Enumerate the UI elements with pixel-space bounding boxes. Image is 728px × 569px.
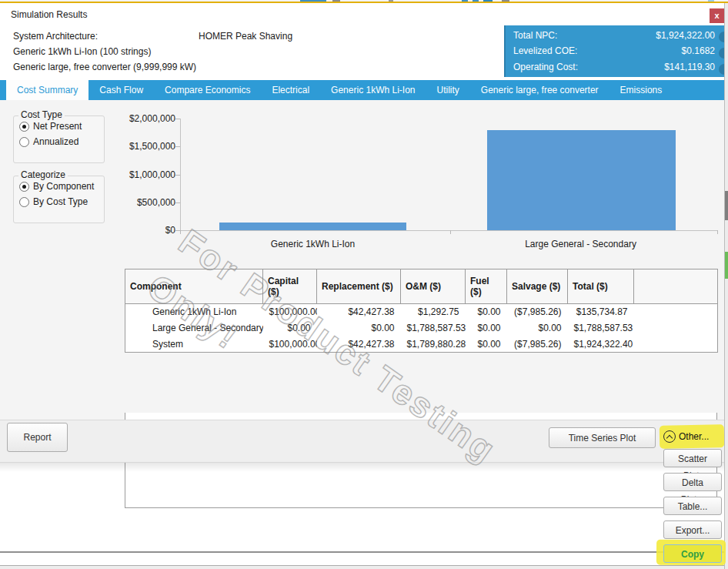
tab-generic-1kwh-li-ion[interactable]: Generic 1kWh Li-Ion: [320, 80, 426, 100]
y-axis-line: [180, 119, 181, 230]
background-scrollbar-strip: [724, 3, 728, 569]
footer-shadow: [0, 462, 724, 472]
radio-label: By Cost Type: [33, 196, 88, 207]
cell-filler: [634, 336, 718, 353]
cell-om: $1,789,880.28: [401, 336, 466, 353]
architecture-line-battery: Generic 1kWh Li-Ion (100 strings): [13, 46, 151, 57]
cost-table: Component Capital ($) Replacement ($) O&…: [125, 269, 718, 353]
close-button[interactable]: x: [710, 8, 724, 23]
cell-salvage: ($7,985.26): [507, 336, 568, 353]
background-status-line: [0, 551, 724, 553]
x-axis-line: [180, 230, 718, 231]
cost-type-legend: Cost Type: [18, 109, 65, 120]
metric-value: $141,119.30: [664, 62, 715, 72]
menu-item-scatter-plot[interactable]: Scatter Plot.: [663, 449, 722, 467]
categorize-groupbox: Categorize By Component By Cost Type: [13, 176, 105, 223]
background-status-area: [0, 566, 724, 569]
metric-operating-cost: Operating Cost: $141,119.30: [506, 62, 724, 72]
other-label: Other...: [679, 431, 709, 442]
time-series-plot-button[interactable]: Time Series Plot: [549, 427, 656, 448]
cell-capital: $0.00: [263, 320, 317, 336]
y-tick-label: $2,000,000: [110, 113, 175, 124]
y-tick-label: $1,500,000: [110, 141, 175, 152]
x-tick-mark: [180, 230, 181, 234]
table-row: Generic 1kWh Li-Ion $100,000.00 $42,427.…: [125, 304, 718, 320]
metric-total-npc: Total NPC: $1,924,322.00: [506, 30, 724, 41]
menu-item-delta-plot[interactable]: Delta Plot...: [663, 473, 722, 491]
radio-icon[interactable]: [19, 182, 29, 192]
col-capital: Capital ($): [263, 269, 317, 304]
cell-salvage: $0.00: [507, 320, 568, 336]
metrics-panel: Total NPC: $1,924,322.00 Levelized COE: …: [504, 25, 724, 77]
cell-component: Large General - Secondary: [125, 320, 263, 336]
metric-label: Total NPC:: [513, 30, 557, 41]
tab-utility[interactable]: Utility: [426, 80, 470, 100]
col-total: Total ($): [568, 269, 634, 304]
radio-by-cost-type[interactable]: By Cost Type: [19, 196, 104, 207]
metric-value: $0.1682: [682, 45, 715, 56]
metric-label: Levelized COE:: [513, 45, 577, 56]
tab-cash-flow[interactable]: Cash Flow: [88, 80, 154, 100]
architecture-line-converter: Generic large, free converter (9,999,999…: [13, 62, 196, 72]
cell-total: $1,788,587.53: [568, 320, 634, 336]
cell-replacement: $42,427.38: [317, 336, 401, 353]
radio-label: Annualized: [33, 136, 78, 147]
chart-bar-large-general: [487, 130, 676, 230]
tab-generic-large-free-converter[interactable]: Generic large, free converter: [470, 80, 609, 100]
system-architecture-label: System Architecture:: [13, 31, 98, 42]
cell-component: Generic 1kWh Li-Ion: [125, 304, 263, 320]
cell-capital: $100,000.00: [263, 336, 317, 353]
tab-electrical[interactable]: Electrical: [261, 80, 320, 100]
radio-icon[interactable]: [19, 122, 29, 132]
x-tick-mark: [717, 230, 718, 234]
table-row: System $100,000.00 $42,427.38 $1,789,880…: [125, 336, 718, 353]
cell-replacement: $0.00: [317, 320, 401, 336]
radio-icon[interactable]: [19, 197, 29, 207]
radio-icon[interactable]: [19, 137, 29, 147]
col-salvage: Salvage ($): [507, 269, 568, 304]
cell-fuel: $0.00: [466, 336, 507, 353]
cell-fuel: $0.00: [466, 304, 507, 320]
radio-label: Net Present: [33, 121, 82, 132]
cell-replacement: $42,427.38: [317, 304, 401, 320]
radio-by-component[interactable]: By Component: [19, 181, 104, 192]
col-fuel: Fuel ($): [466, 269, 507, 304]
table-row: Large General - Secondary $0.00 $0.00 $1…: [125, 320, 718, 336]
cell-total: $1,924,322.40: [568, 336, 634, 353]
radio-net-present[interactable]: Net Present: [19, 121, 104, 132]
cell-fuel: $0.00: [466, 320, 507, 336]
menu-item-table[interactable]: Table...: [663, 497, 722, 515]
background-green-marker: [725, 252, 728, 279]
table-header-row: Component Capital ($) Replacement ($) O&…: [125, 269, 718, 304]
menu-item-copy[interactable]: Copy: [663, 544, 722, 563]
cell-capital: $100,000.00: [263, 304, 317, 320]
radio-annualized[interactable]: Annualized: [19, 136, 104, 147]
chart-bar-battery: [219, 223, 406, 230]
tab-compare-economics[interactable]: Compare Economics: [154, 80, 261, 100]
y-tick-label: $500,000: [110, 197, 175, 208]
scrollbar-thumb[interactable]: [725, 191, 728, 220]
cell-om: $1,788,587.53: [401, 320, 466, 336]
tab-emissions[interactable]: Emissions: [609, 80, 673, 100]
other-dropdown-toggle[interactable]: Other...: [663, 430, 709, 443]
col-filler: [634, 269, 718, 304]
window-title: Simulation Results: [11, 9, 87, 20]
report-button[interactable]: Report: [7, 423, 68, 452]
metric-levelized-coe: Levelized COE: $0.1682: [506, 45, 724, 56]
tab-cost-summary[interactable]: Cost Summary: [6, 80, 88, 100]
tab-bar: Cost Summary Cash Flow Compare Economics…: [0, 80, 724, 100]
info-icon: [719, 48, 724, 59]
simulation-results-window: Simulation Results x System Architecture…: [0, 0, 728, 569]
chevron-up-icon: [663, 430, 676, 443]
cell-filler: [634, 304, 718, 320]
cell-component: System: [125, 336, 263, 353]
cost-summary-panel: Cost Type Net Present Annualized Categor…: [0, 100, 724, 420]
cell-filler: [634, 320, 718, 336]
categorize-legend: Categorize: [18, 169, 68, 180]
col-component: Component: [125, 269, 263, 304]
x-tick-mark: [450, 230, 451, 234]
menu-item-export[interactable]: Export...: [663, 520, 722, 539]
y-tick-label: $1,000,000: [110, 169, 175, 180]
y-tick-label: $0: [110, 225, 175, 236]
x-category-label: Large General - Secondary: [487, 239, 674, 249]
